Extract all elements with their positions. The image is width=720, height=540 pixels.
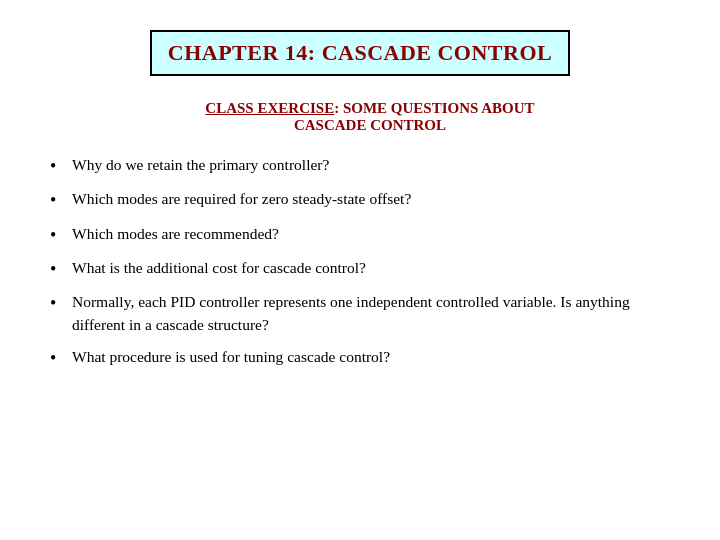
list-item: • Which modes are recommended? xyxy=(50,223,680,247)
bullet-text: Which modes are recommended? xyxy=(72,223,680,245)
subtitle-underline: CLASS EXERCISE xyxy=(205,100,334,116)
list-item: • What is the additional cost for cascad… xyxy=(50,257,680,281)
list-item: • Why do we retain the primary controlle… xyxy=(50,154,680,178)
subtitle-line1: CLASS EXERCISE: SOME QUESTIONS ABOUT xyxy=(60,100,680,117)
bullet-text: What procedure is used for tuning cascad… xyxy=(72,346,680,368)
subtitle-colon: : SOME QUESTIONS ABOUT xyxy=(334,100,534,116)
bullet-text: What is the additional cost for cascade … xyxy=(72,257,680,279)
subtitle-block: CLASS EXERCISE: SOME QUESTIONS ABOUT CAS… xyxy=(40,100,680,134)
list-item: • Which modes are required for zero stea… xyxy=(50,188,680,212)
list-item: • What procedure is used for tuning casc… xyxy=(50,346,680,370)
bullet-symbol: • xyxy=(50,154,72,178)
bullet-text: Why do we retain the primary controller? xyxy=(72,154,680,176)
bullet-symbol: • xyxy=(50,188,72,212)
list-item: • Normally, each PID controller represen… xyxy=(50,291,680,336)
page-title: CHAPTER 14: CASCADE CONTROL xyxy=(168,40,552,65)
bullet-text: Which modes are required for zero steady… xyxy=(72,188,680,210)
bullet-symbol: • xyxy=(50,346,72,370)
bullet-text: Normally, each PID controller represents… xyxy=(72,291,680,336)
bullet-symbol: • xyxy=(50,291,72,315)
bullet-list: • Why do we retain the primary controlle… xyxy=(40,154,680,380)
subtitle-line2: CASCADE CONTROL xyxy=(60,117,680,134)
page: CHAPTER 14: CASCADE CONTROL CLASS EXERCI… xyxy=(0,0,720,540)
title-box: CHAPTER 14: CASCADE CONTROL xyxy=(150,30,570,76)
bullet-symbol: • xyxy=(50,257,72,281)
bullet-symbol: • xyxy=(50,223,72,247)
